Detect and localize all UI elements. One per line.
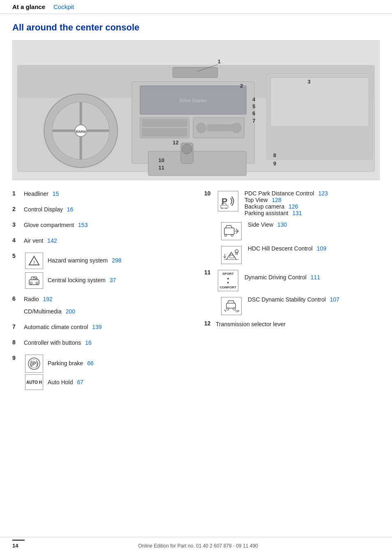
item-label: Side View 130 [248,221,380,228]
item-label: Automatic climate control 139 [24,323,102,332]
hdc-texts: HDC Hill Descent Control 109 [248,245,380,252]
hdc-icon [219,245,244,264]
page-ref-link[interactable]: 298 [112,257,121,264]
page-ref-link[interactable]: 126 [288,203,298,210]
svg-rect-22 [208,125,234,131]
item-number: 3 [12,221,24,228]
page-ref-link[interactable]: 107 [330,296,339,303]
item-label: CD/Multimedia 200 [24,308,75,316]
item-label: Control Display 16 [24,206,73,214]
item-number: 1 [12,190,24,197]
item-number: 12 [204,320,216,327]
pdc-texts: PDC Park Distance Control 123 Top View 1… [244,190,380,216]
page-ref-link[interactable]: 153 [78,222,88,228]
item-label: Hazard warning system 298 [48,253,122,265]
item-number: 10 [204,190,216,197]
page-title: All around the center console [12,22,380,33]
page-ref-link[interactable]: 200 [66,308,75,315]
page-ref-link[interactable]: 109 [317,245,326,252]
footer-edition: Online Edition for Part no. 01 40 2 607 … [138,543,258,549]
item-label: Air vent 142 [24,237,57,245]
list-item: 11 SPORT▲▼COMFORT Dynamic Driving Contro… [204,269,380,291]
list-item: 12 Transmission selector lever [204,320,380,327]
page-ref-link[interactable]: 16 [85,339,92,346]
list-item: 3 Glove compartment 153 [12,221,188,233]
list-item: 1 Headliner 15 [12,190,188,202]
dsc-icon: OFF [219,296,244,315]
list-item: Side View 130 [204,221,380,240]
list-item: 6 Radio 192 [12,295,188,307]
svg-point-54 [221,208,223,209]
svg-text:12: 12 [173,139,178,146]
page-ref-link[interactable]: 139 [92,324,101,330]
hazard-warning-icon: ! [24,253,44,271]
item-number: 5 [12,253,24,259]
page-ref-link[interactable]: 130 [277,221,287,228]
svg-point-55 [226,208,227,209]
svg-text:9: 9 [273,160,276,167]
parking-brake-icon: (P) [24,355,44,373]
item-number: 9 [12,355,24,361]
item-label: Backup camera 126 [244,203,380,210]
item-number: 2 [12,206,24,212]
list-item: 2 Control Display 16 [12,206,188,217]
item-number: 6 [12,295,24,302]
item-label: Auto Hold 67 [48,374,83,387]
page-ref-link[interactable]: 192 [43,296,52,302]
page-ref-link[interactable]: 123 [318,190,328,197]
item-label: Transmission selector lever [216,320,380,327]
item-label: Central locking system 37 [48,272,116,285]
left-column: 1 Headliner 15 2 Control Display 16 3 Gl… [12,190,188,394]
svg-point-44 [30,282,32,284]
page-ref-link[interactable]: 66 [87,360,94,367]
page-ref-link[interactable]: 15 [53,190,59,197]
list-item: 8 Controller with buttons 16 [12,339,188,350]
side-view-icon [219,221,244,240]
page-ref-link[interactable]: 67 [77,379,83,385]
car-image: BMW iDrive Display [12,40,380,180]
page-ref-link[interactable]: 37 [110,277,116,283]
svg-text:!: ! [33,260,35,265]
page-ref-link[interactable]: 131 [293,210,302,216]
central-locking-icon [24,272,44,290]
tab-at-a-glance[interactable]: At a glance [12,3,45,10]
list-item: 10 P [204,190,380,216]
page-ref-link[interactable]: 111 [311,274,320,281]
list-item: Central locking system 37 [12,272,188,290]
svg-rect-64 [226,303,235,308]
svg-point-27 [182,144,192,154]
item-label: Glove compartment 153 [24,221,88,230]
svg-rect-63 [236,252,238,255]
item-label: Headliner 15 [24,190,59,198]
page-ref-link[interactable]: 142 [47,237,57,244]
page-header: At a glance Cockpit [0,0,392,14]
item-label: PDC Park Distance Control 123 [244,190,380,197]
item-label: Controller with buttons 16 [24,339,92,347]
dynamic-driving-texts: Dynamic Driving Control 111 [244,269,380,281]
car-illustration: BMW iDrive Display [13,41,379,180]
page-number: 14 [12,543,18,549]
item-label: HDC Hill Descent Control 109 [248,245,380,252]
item-number: 8 [12,339,24,346]
svg-text:6: 6 [252,110,255,116]
svg-text:3: 3 [307,79,310,85]
svg-text:iDrive Display: iDrive Display [180,98,207,103]
svg-rect-17 [142,119,187,127]
dsc-texts: DSC Dynamic Stability Con­trol 107 [248,296,380,303]
svg-rect-56 [224,228,234,234]
svg-text:5: 5 [252,103,255,109]
item-label: Top View 128 [244,197,380,203]
footer-divider [12,540,25,541]
svg-text:4: 4 [252,96,256,102]
item-label: Radio 192 [24,295,53,304]
side-view-texts: Side View 130 [248,221,380,228]
page-ref-link[interactable]: 16 [67,206,74,213]
svg-rect-24 [271,77,369,126]
svg-point-46 [33,278,35,280]
list-item: 4 Air vent 142 [12,237,188,248]
footer-left: 14 [12,540,25,549]
svg-text:P: P [221,196,228,207]
svg-text:11: 11 [159,165,164,171]
page-ref-link[interactable]: 128 [272,197,281,203]
tab-cockpit[interactable]: Cockpit [53,3,74,10]
